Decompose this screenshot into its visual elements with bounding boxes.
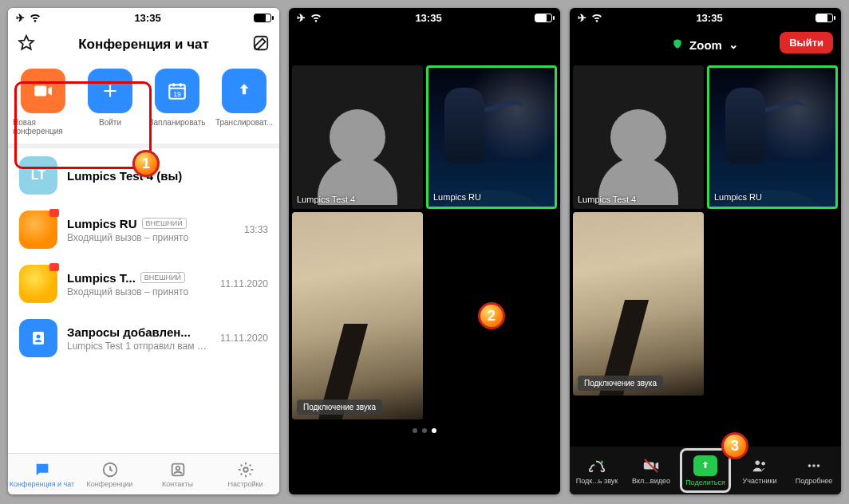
- broadcast-label: Транслироват...: [215, 118, 273, 127]
- avatar: LT: [19, 156, 57, 195]
- tool-audio[interactable]: Подк...ь звук: [570, 447, 624, 494]
- airplane-icon: ✈︎: [16, 12, 25, 24]
- battery-icon: [815, 14, 833, 22]
- wifi-icon: [310, 10, 322, 26]
- chat-subtitle: Входящий вызов – принято: [67, 232, 235, 243]
- broadcast-button[interactable]: Транслироват...: [214, 69, 274, 136]
- svg-point-11: [761, 461, 765, 465]
- participant-name: Lumpics Test 4: [297, 195, 355, 204]
- tab-contacts[interactable]: Контакты: [144, 454, 211, 494]
- chat-row-requests[interactable]: Запросы добавлен... Lumpics Test 1 отпра…: [8, 311, 279, 365]
- airplane-icon: ✈︎: [578, 12, 586, 24]
- participant-tile[interactable]: Lumpics Test 4: [292, 65, 423, 209]
- compose-icon[interactable]: [252, 34, 270, 55]
- join-label: Войти: [99, 118, 121, 127]
- svg-point-4: [37, 335, 41, 339]
- tab-bar: Конференция и чат Конференции Контакты Н…: [8, 453, 279, 494]
- self-tile[interactable]: Подключение звука: [573, 212, 704, 396]
- tab-chat[interactable]: Конференция и чат: [8, 454, 76, 494]
- svg-point-7: [176, 466, 180, 470]
- airplane-icon: ✈︎: [297, 12, 306, 24]
- new-meeting-button[interactable]: Новая конференция: [13, 69, 73, 136]
- join-button[interactable]: Войти: [80, 69, 140, 136]
- wifi-icon: [29, 10, 41, 26]
- audio-status: Подключение звука: [297, 400, 382, 415]
- tab-settings[interactable]: Настройки: [211, 454, 279, 494]
- quick-actions: Новая конференция Войти 19 Запланировать…: [8, 62, 279, 144]
- chat-row[interactable]: Lumpics T... ВНЕШНИЙ Входящий вызов – пр…: [8, 257, 279, 311]
- new-meeting-label: Новая конференция: [13, 118, 73, 136]
- status-bar: ✈︎ 13:35: [289, 8, 560, 27]
- chat-time: 11.11.2020: [220, 333, 268, 344]
- meeting-toolbar: Подк...ь звук Вкл...видео Поделиться Уча…: [570, 447, 841, 494]
- chat-row[interactable]: Lumpics RU ВНЕШНИЙ Входящий вызов – прин…: [8, 203, 279, 257]
- status-time: 13:35: [696, 12, 722, 24]
- participant-tile[interactable]: Lumpics Test 4: [573, 65, 704, 209]
- navbar: Конференция и чат: [8, 27, 279, 62]
- svg-point-13: [812, 464, 815, 467]
- participant-name: Lumpics RU: [433, 192, 481, 202]
- external-badge: ВНЕШНИЙ: [140, 272, 185, 283]
- video-feed: [428, 68, 555, 207]
- shield-icon[interactable]: [672, 38, 683, 52]
- screen-chat-list: ✈︎ 13:35 Конференция и чат Новая конфере…: [8, 8, 279, 494]
- empty-tile: 2: [426, 212, 557, 419]
- svg-text:19: 19: [173, 90, 181, 98]
- placeholder-avatar-icon: [610, 109, 666, 165]
- screen-meeting-grid: ✈︎ 13:35 Lumpics Test 4 Lumpics RU Подкл…: [289, 8, 560, 494]
- placeholder-avatar-icon: [330, 109, 385, 165]
- meeting-header: Zoom ⌄ Выйти: [570, 27, 841, 62]
- chat-subtitle: Lumpics Test 1 отправил вам запр...: [67, 341, 211, 352]
- participant-tile-active[interactable]: Lumpics RU: [426, 65, 557, 209]
- chat-name: Lumpics Test 4 (вы): [67, 169, 182, 183]
- status-time: 13:35: [415, 12, 441, 24]
- favorites-icon[interactable]: [18, 34, 35, 55]
- video-feed: [573, 212, 704, 396]
- chat-name: Lumpics T...: [67, 271, 136, 285]
- page-indicator: [289, 423, 560, 439]
- tool-video[interactable]: Вкл...видео: [624, 447, 678, 494]
- schedule-label: Запланировать: [149, 118, 206, 127]
- share-icon: [693, 455, 717, 476]
- status-bar: ✈︎ 13:35: [8, 8, 279, 27]
- battery-icon: [535, 14, 552, 22]
- avatar: [19, 319, 57, 357]
- svg-point-14: [817, 464, 820, 467]
- screen-meeting-toolbar: ✈︎ 13:35 Zoom ⌄ Выйти Lumpics Test 4 Lum…: [570, 8, 841, 494]
- video-feed: [292, 212, 423, 419]
- svg-point-8: [243, 467, 248, 472]
- chat-subtitle: Входящий вызов – принято: [67, 286, 211, 297]
- self-tile[interactable]: Подключение звука: [292, 212, 423, 419]
- empty-tile: [707, 212, 838, 396]
- page-title: Конференция и чат: [35, 37, 252, 53]
- svg-point-12: [808, 464, 811, 467]
- meeting-brand[interactable]: Zoom: [689, 38, 722, 52]
- audio-status: Подключение звука: [578, 376, 663, 391]
- svg-point-10: [756, 460, 760, 465]
- participant-tile-active[interactable]: Lumpics RU: [707, 65, 838, 209]
- battery-icon: [254, 14, 271, 22]
- avatar: [19, 211, 57, 249]
- video-grid: Lumpics Test 4 Lumpics RU Подключение зв…: [289, 62, 560, 423]
- external-badge: ВНЕШНИЙ: [142, 218, 187, 229]
- participant-name: Lumpics RU: [714, 192, 762, 202]
- chat-time: 13:33: [244, 224, 268, 235]
- tab-meetings[interactable]: Конференции: [76, 454, 144, 494]
- status-time: 13:35: [134, 12, 160, 24]
- status-bar: ✈︎ 13:35: [570, 8, 841, 27]
- marker-2: 2: [478, 302, 505, 329]
- video-feed: [709, 68, 835, 207]
- chat-name: Lumpics RU: [67, 217, 137, 230]
- leave-button[interactable]: Выйти: [780, 32, 833, 53]
- chat-name: Запросы добавлен...: [67, 325, 191, 339]
- chat-list: LT Lumpics Test 4 (вы) Lumpics RU ВНЕШНИ…: [8, 148, 279, 365]
- chevron-down-icon[interactable]: ⌄: [729, 37, 739, 52]
- tool-more[interactable]: Подробнее: [787, 447, 841, 494]
- svg-rect-0: [255, 37, 268, 50]
- participant-name: Lumpics Test 4: [578, 195, 636, 204]
- schedule-button[interactable]: 19 Запланировать: [147, 69, 207, 136]
- avatar: [19, 265, 57, 303]
- wifi-icon: [590, 10, 603, 26]
- marker-1: 1: [132, 150, 160, 177]
- video-grid: Lumpics Test 4 Lumpics RU Подключение зв…: [570, 62, 841, 399]
